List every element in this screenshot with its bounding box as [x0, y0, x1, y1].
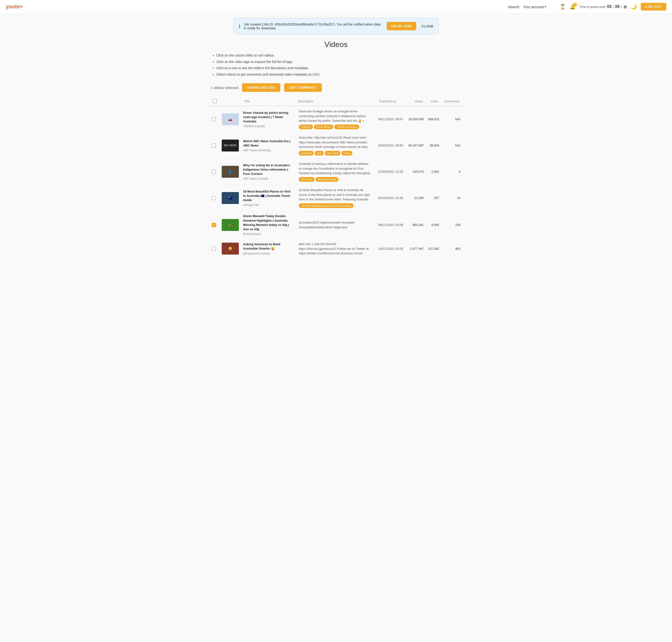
page-title: Videos	[210, 40, 462, 49]
table-row[interactable]: ABC NEWSWatch ABC News Australia live | …	[210, 132, 462, 159]
hourglass-icon-button[interactable]: ⏳	[560, 4, 566, 10]
video-tag[interactable]: 18 most beautiful places to visit in aus…	[299, 203, 353, 208]
video-channel: @Padoukens #shorts	[243, 252, 293, 255]
quota-reset-label: Time til quota reset 03 : 00 : ⊞	[579, 4, 627, 9]
header-icons: ⏳ 🔔 0 Time til quota reset 03 : 00 : ⊞	[560, 4, 627, 10]
row-checkbox[interactable]	[212, 143, 216, 148]
video-likes: 2,062	[426, 159, 441, 185]
header: youte+ Search Your account ▾ ⏳ 🔔 0 Time …	[0, 0, 672, 14]
main-content: Videos Click on the column titles to sor…	[205, 40, 467, 268]
published-at-header[interactable]: Published at	[376, 97, 406, 106]
row-checkbox[interactable]	[212, 223, 216, 227]
table-row[interactable]: 😄Asking American to Rank Australian Snac…	[210, 239, 462, 259]
select-all-header[interactable]	[210, 97, 220, 106]
video-description: #iccodiwc2023 #glennmaxwell #maxwell #ma…	[299, 220, 370, 230]
quota-label-text: Time til quota reset	[579, 5, 606, 9]
table-body: 🚗Driver chased by police during road rag…	[210, 106, 462, 259]
video-comments: 10	[441, 185, 462, 211]
thumb-header	[220, 97, 241, 106]
banner-close-button[interactable]: CLOSE	[421, 24, 434, 28]
dark-mode-toggle[interactable]: 🌙	[631, 3, 637, 10]
video-channel: 7NEWS Australia	[243, 125, 293, 128]
video-channel: ABC News (Australia)	[243, 149, 293, 152]
video-tag[interactable]: Seven News	[314, 125, 333, 130]
video-thumbnail: ABC NEWS	[222, 140, 239, 152]
instruction-2: Click on the video tags to expand the fu…	[216, 59, 462, 65]
tags-more[interactable]: ...	[360, 125, 363, 130]
selection-bar: 1 videos selected DOWNLOAD CSV GET COMME…	[210, 83, 462, 92]
video-thumbnail: 🇦🇺	[222, 192, 239, 204]
table-row[interactable]: 🚗Driver chased by police during road rag…	[210, 106, 462, 132]
video-likes: 8,565	[426, 211, 441, 239]
video-title: Watch ABC News Australia live | ABC News	[243, 139, 293, 148]
instruction-1: Click on the column titles to sort video…	[216, 52, 462, 59]
selected-count: 1 videos selected	[211, 86, 238, 90]
video-tags: Australiaabcabc newsnews	[299, 151, 372, 156]
row-checkbox[interactable]	[212, 246, 216, 251]
video-tag[interactable]: 7NEWS	[299, 125, 313, 130]
notifications-button[interactable]: 🔔 0	[569, 4, 576, 10]
video-tag[interactable]: news	[341, 151, 352, 156]
get-comments-button[interactable]: GET COMMENTS	[284, 83, 322, 92]
video-published-at: 20/10/2023, 01:30	[376, 185, 406, 211]
video-comments: N/A	[441, 132, 462, 159]
video-comments: 963	[441, 239, 462, 259]
video-description: 18 Most Beautiful Places to Visit in Aus…	[299, 188, 370, 202]
title-header[interactable]: Title	[241, 97, 295, 106]
table-row[interactable]: 👤Why I'm voting No in Australia's Indige…	[210, 159, 462, 185]
video-tag[interactable]: australian news	[316, 177, 339, 182]
video-title: Driver chased by police during road rage…	[243, 111, 293, 124]
info-icon: ℹ	[239, 23, 240, 29]
video-tags: 18 most beautiful places to visit in aus…	[299, 203, 372, 208]
likes-header[interactable]: Likes	[426, 97, 441, 106]
nav-account-dropdown[interactable]: Your account ▾	[523, 5, 546, 9]
video-comments: 249	[441, 211, 462, 239]
row-checkbox[interactable]	[212, 170, 216, 174]
nav-account-label: Your account	[523, 5, 544, 9]
video-likes: 257	[426, 185, 441, 211]
video-thumbnail: 😄	[222, 243, 239, 255]
video-views: 984,381	[406, 211, 425, 239]
video-tag[interactable]: Australia	[299, 151, 314, 156]
views-header[interactable]: Views	[406, 97, 425, 106]
logout-button[interactable]: LOG OUT	[641, 3, 666, 11]
video-tag[interactable]: abc	[315, 151, 324, 156]
video-views: 18,064,055	[406, 106, 425, 132]
description-header[interactable]: Description	[295, 97, 376, 106]
video-channel: Bishraj Rawat	[243, 232, 293, 236]
video-channel: Lifestyle Hal	[243, 203, 293, 207]
table-row[interactable]: 🏏Glenn Maxwell Today Double Hundred High…	[210, 211, 462, 239]
video-description: Subscribe: http://ab.co/1svxLVE Read mor…	[299, 135, 370, 149]
row-checkbox[interactable]	[212, 196, 216, 200]
video-tag[interactable]: abc news	[299, 177, 314, 182]
video-channel: ABC News In-depth	[243, 177, 293, 180]
nav-search-link[interactable]: Search	[508, 5, 519, 9]
video-thumbnail: 👤	[222, 166, 239, 178]
quota-time-value: 03 : 00 :	[607, 4, 622, 9]
table-row[interactable]: 🇦🇺18 Most Beautiful Places to Visit in A…	[210, 185, 462, 211]
see-my-jobs-button[interactable]: SEE MY JOBS	[387, 22, 416, 30]
video-views: 145,074	[406, 159, 425, 185]
video-likes: 38,939	[426, 132, 441, 159]
video-title: Why I'm voting No in Australia's Indigen…	[243, 163, 293, 176]
instruction-4: Select videos to get comments and downlo…	[216, 71, 462, 78]
video-views: 2,477,467	[406, 239, 425, 259]
quota-settings-icon[interactable]: ⊞	[623, 4, 627, 9]
video-tags: abc newsaustralian news...	[299, 177, 372, 182]
tags-more[interactable]: ...	[340, 177, 342, 182]
select-all-checkbox[interactable]	[213, 99, 217, 103]
notification-banner: ℹ Job created (Job ID: 459c62e2b3504ed98…	[234, 18, 439, 34]
header-divider-1	[551, 4, 551, 10]
video-published-at: 20/02/2022, 09:50	[376, 132, 406, 159]
video-views: 21,050	[406, 185, 425, 211]
instruction-3: Click on a row to see the video's full d…	[216, 65, 462, 71]
instructions-list: Click on the column titles to sort video…	[210, 52, 462, 78]
row-checkbox[interactable]	[212, 117, 216, 121]
video-tag[interactable]: abc news	[325, 151, 340, 156]
download-csv-button[interactable]: DOWNLOAD CSV	[242, 83, 280, 92]
chevron-down-icon: ▾	[545, 5, 546, 8]
comments-header[interactable]: Comments	[441, 97, 462, 106]
tags-more[interactable]: ...	[355, 203, 357, 208]
video-tag[interactable]: 7NEWS Australia	[334, 125, 359, 130]
table-header-row: Title Description Published at Views Lik…	[210, 97, 462, 106]
